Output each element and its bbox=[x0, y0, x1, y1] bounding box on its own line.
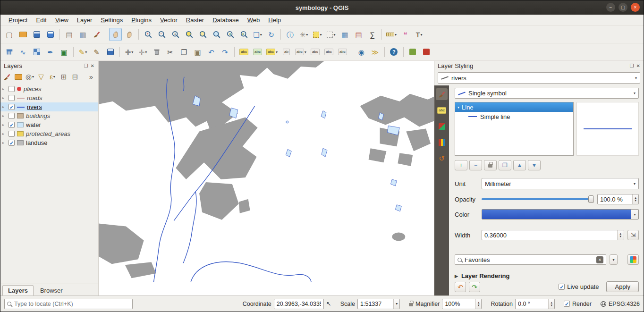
open-attribute-table-button[interactable]: ▦ bbox=[339, 28, 351, 41]
new-shapefile-layer-button[interactable]: ✒ bbox=[44, 45, 57, 59]
move-feature-button[interactable]: ✛▾ bbox=[136, 45, 149, 59]
rotate-label-button[interactable]: abc bbox=[336, 45, 349, 59]
apply-button[interactable]: Apply bbox=[606, 281, 639, 292]
pan-map-button[interactable] bbox=[109, 28, 122, 41]
save-layer-edits-button[interactable] bbox=[104, 45, 117, 59]
layer-visibility-checkbox[interactable]: ✓ bbox=[8, 104, 15, 110]
layer-visibility-checkbox[interactable]: ✓ bbox=[8, 122, 15, 128]
processing-toolbox-button[interactable] bbox=[407, 45, 419, 59]
zoom-to-selection-button[interactable] bbox=[196, 28, 209, 41]
add-symbol-layer-button[interactable]: + bbox=[455, 160, 467, 170]
close-icon[interactable]: ✕ bbox=[636, 64, 640, 68]
deselect-features-button[interactable]: ▾ bbox=[325, 28, 338, 41]
spin-arrows-icon[interactable]: ▲▼ bbox=[632, 194, 638, 204]
lock-symbol-color-button[interactable] bbox=[484, 160, 497, 170]
pin-unpin-labels-button[interactable]: abc▾ bbox=[265, 45, 279, 59]
slider-handle[interactable] bbox=[588, 195, 594, 203]
open-project-button[interactable] bbox=[17, 28, 29, 41]
symbol-tree-item-simple-line[interactable]: Simple line bbox=[455, 112, 573, 121]
rotation-spinbox[interactable]: ▲▼ bbox=[515, 299, 555, 309]
magnifier-input[interactable] bbox=[442, 301, 475, 307]
live-update-toggle[interactable]: ✓ Live update bbox=[559, 283, 599, 290]
expand-all-button[interactable]: ⊞ bbox=[59, 72, 69, 82]
scale-input[interactable] bbox=[358, 301, 393, 307]
toggle-editing-button[interactable]: ✎ bbox=[90, 45, 103, 59]
layer-item-places[interactable]: ▸places bbox=[0, 84, 98, 93]
zoom-next-button[interactable]: ▸ bbox=[237, 28, 250, 41]
styling-layer-select[interactable]: rivers ▾ bbox=[438, 72, 640, 84]
duplicate-symbol-layer-button[interactable]: ❐ bbox=[499, 160, 511, 170]
zoom-in-button[interactable]: + bbox=[142, 28, 154, 41]
styling-tab-history[interactable]: ↺ bbox=[436, 152, 448, 164]
menu-help[interactable]: Help bbox=[264, 15, 285, 25]
styling-tab-3d-view[interactable] bbox=[436, 120, 448, 132]
open-layer-styling-panel-button[interactable] bbox=[2, 72, 12, 82]
new-map-view-button[interactable]: ❏▾ bbox=[251, 28, 264, 41]
close-icon[interactable]: ✕ bbox=[91, 64, 94, 68]
undock-icon[interactable]: ❐ bbox=[630, 64, 634, 68]
vertex-tool-button[interactable]: ✚▾ bbox=[123, 45, 136, 59]
zoom-full-button[interactable] bbox=[183, 28, 195, 41]
symbol-search-input[interactable] bbox=[465, 256, 593, 263]
grass-tools-button[interactable] bbox=[420, 45, 433, 59]
spin-arrows-icon[interactable]: ▲▼ bbox=[617, 230, 624, 240]
move-label-button[interactable]: abc bbox=[309, 45, 322, 59]
open-data-source-manager-button[interactable] bbox=[3, 45, 16, 59]
color-dropdown-arrow[interactable]: ▾ bbox=[631, 210, 638, 219]
clear-search-icon[interactable]: × bbox=[596, 256, 603, 263]
new-print-layout-button[interactable]: ▤ bbox=[63, 28, 76, 41]
menu-view[interactable]: View bbox=[51, 15, 73, 25]
width-input[interactable] bbox=[482, 232, 617, 239]
move-symbol-up-button[interactable]: ▲ bbox=[513, 160, 526, 170]
add-vector-layer-button[interactable]: ∿ bbox=[17, 45, 29, 59]
expander-icon[interactable]: ▸ bbox=[2, 87, 6, 91]
lock-icon[interactable] bbox=[409, 303, 413, 306]
map-canvas[interactable] bbox=[98, 61, 434, 295]
add-raster-layer-button[interactable] bbox=[30, 45, 43, 59]
run-feature-action-button[interactable]: ✳▾ bbox=[297, 28, 310, 41]
redo-style-button[interactable]: ↷ bbox=[469, 282, 480, 292]
live-update-checkbox[interactable]: ✓ bbox=[559, 284, 565, 290]
zoom-last-button[interactable]: ◂ bbox=[224, 28, 237, 41]
cut-features-button[interactable]: ✂ bbox=[164, 45, 177, 59]
scale-combo[interactable]: ▾ bbox=[357, 299, 400, 309]
expander-icon[interactable]: ▸ bbox=[2, 132, 6, 136]
layer-item-roads[interactable]: ▸roads bbox=[0, 93, 98, 102]
menu-edit[interactable]: Edit bbox=[32, 15, 51, 25]
render-checkbox[interactable]: ✓ bbox=[564, 301, 570, 307]
spin-arrows-icon[interactable]: ▲▼ bbox=[548, 299, 554, 309]
opacity-spinbox[interactable]: ▲▼ bbox=[597, 194, 639, 204]
symbol-type-select[interactable]: Single symbol ▾ bbox=[455, 88, 639, 99]
menu-plugins[interactable]: Plugins bbox=[127, 15, 156, 25]
symbol-search-box[interactable]: × bbox=[455, 254, 606, 265]
layer-item-landuse[interactable]: ▸✓landuse bbox=[0, 138, 98, 147]
layer-visibility-checkbox[interactable] bbox=[8, 95, 15, 101]
menu-raster[interactable]: Raster bbox=[182, 15, 208, 25]
magnifier-spinbox[interactable]: ▲▼ bbox=[442, 299, 482, 309]
coordinate-input[interactable] bbox=[274, 301, 323, 307]
zoom-to-native-resolution-button[interactable]: 1 bbox=[169, 28, 182, 41]
menu-project[interactable]: Project bbox=[4, 15, 32, 25]
locate-input[interactable] bbox=[14, 301, 130, 307]
copy-features-button[interactable]: ❐ bbox=[178, 45, 190, 59]
spin-arrows-icon[interactable]: ▲▼ bbox=[475, 299, 482, 309]
expander-icon[interactable]: ▸ bbox=[2, 114, 6, 118]
width-spinbox[interactable]: ▲▼ bbox=[482, 230, 624, 240]
show-statistical-summary-button[interactable]: ∑ bbox=[366, 28, 379, 41]
layer-rendering-section[interactable]: ▶ Layer Rendering bbox=[455, 272, 639, 279]
layer-item-protected_areas[interactable]: ▸protected_areas bbox=[0, 129, 98, 138]
layer-labeling-options-button[interactable]: abc bbox=[237, 45, 250, 59]
chevron-down-icon[interactable]: ▾ bbox=[393, 299, 399, 309]
new-project-button[interactable]: ▢ bbox=[3, 28, 16, 41]
opacity-slider[interactable] bbox=[482, 194, 594, 204]
python-console-button[interactable]: ≫ bbox=[369, 45, 381, 59]
paste-features-button[interactable]: ▣ bbox=[191, 45, 204, 59]
layer-diagram-options-button[interactable]: abc bbox=[251, 45, 264, 59]
zoom-out-button[interactable]: − bbox=[155, 28, 168, 41]
add-group-button[interactable] bbox=[13, 72, 24, 82]
tab-layers[interactable]: Layers bbox=[2, 285, 34, 295]
tab-browser[interactable]: Browser bbox=[34, 285, 68, 295]
unit-select[interactable]: Millimeter ▾ bbox=[482, 178, 639, 189]
open-field-calculator-button[interactable]: ▤ bbox=[352, 28, 365, 41]
menu-vector[interactable]: Vector bbox=[156, 15, 182, 25]
